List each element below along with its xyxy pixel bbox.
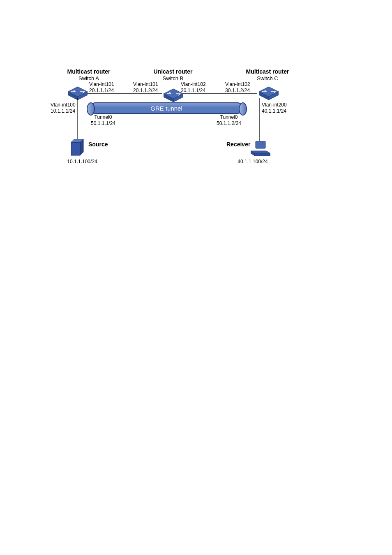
switch-a-title: Multicast router — [60, 68, 118, 76]
decorative-underline — [238, 207, 295, 207]
swA-int101-name: Vlan-int101 — [89, 81, 114, 87]
swA-int100-name: Vlan-int100 — [51, 102, 76, 108]
gre-tunnel-cap-right-icon — [239, 102, 247, 116]
svg-marker-19 — [255, 153, 270, 156]
source-title: Source — [88, 141, 108, 148]
swB-int101-name: Vlan-int101 — [133, 81, 158, 87]
switch-b-icon — [164, 86, 183, 102]
switch-a-name: Switch A — [60, 75, 118, 81]
gre-tunnel-cap-left-icon — [87, 102, 95, 116]
switch-c-name: Switch C — [239, 75, 296, 81]
swC-int102-name: Vlan-int102 — [225, 81, 250, 87]
pc-icon — [251, 141, 270, 157]
swC-tunnel-addr: 50.1.1.2/24 — [217, 120, 241, 126]
swA-tunnel-name: Tunnel0 — [95, 114, 112, 120]
swA-int100-addr: 10.1.1.1/24 — [51, 108, 75, 114]
gre-tunnel-body: GRE tunnel — [90, 102, 243, 114]
svg-marker-13 — [71, 142, 80, 155]
source-addr: 10.1.1.100/24 — [62, 159, 103, 165]
server-icon — [71, 139, 86, 157]
link-a-source — [76, 98, 78, 142]
switch-c-title: Multicast router — [239, 68, 296, 76]
receiver-title: Receiver — [226, 141, 250, 148]
swC-int200-addr: 40.1.1.1/24 — [262, 108, 286, 114]
svg-rect-16 — [256, 141, 265, 148]
swC-int200-name: Vlan-int200 — [262, 102, 287, 108]
link-c-receiver — [258, 98, 260, 142]
switch-b-name: Switch B — [144, 75, 202, 81]
swA-tunnel-addr: 50.1.1.1/24 — [91, 120, 115, 126]
switch-c-icon — [259, 84, 279, 100]
switch-b-title: Unicast router — [144, 68, 202, 76]
gre-tunnel-label: GRE tunnel — [150, 105, 182, 112]
receiver-addr: 40.1.1.100/24 — [232, 159, 273, 165]
swC-tunnel-name: Tunnel0 — [220, 114, 238, 120]
swB-int102-name: Vlan-int102 — [181, 81, 206, 87]
